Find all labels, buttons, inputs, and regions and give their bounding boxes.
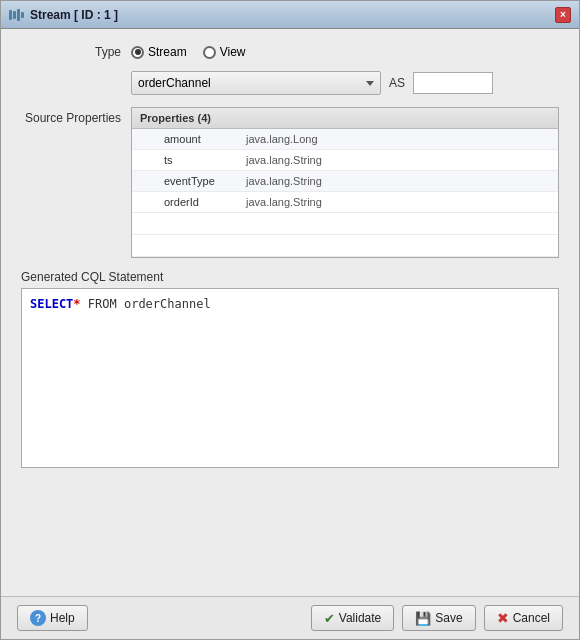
help-icon: ? [30,610,46,626]
properties-header: Properties (4) [132,108,558,129]
radio-stream[interactable]: Stream [131,45,187,59]
footer: ? Help ✔ Validate 💾 Save ✖ Cancel [1,596,579,639]
props-empty-row-2 [132,235,558,257]
save-icon: 💾 [415,611,431,626]
properties-table: Properties (4) amount java.lang.Long ts … [131,107,559,258]
source-properties-row: Source Properties Properties (4) amount … [21,107,559,258]
table-row: amount java.lang.Long [132,129,558,150]
validate-label: Validate [339,611,381,625]
title-bar: Stream [ ID : 1 ] × [1,1,579,29]
table-row: orderId java.lang.String [132,192,558,213]
stream-icon [9,9,24,21]
dropdown-row: orderChannel AS [131,71,559,95]
table-row: eventType java.lang.String [132,171,558,192]
radio-view-label: View [220,45,246,59]
props-empty-row-1 [132,213,558,235]
source-properties-label: Source Properties [21,107,121,125]
table-row: ts java.lang.String [132,150,558,171]
prop-type-3: java.lang.String [246,196,322,208]
prop-name-1: ts [164,154,234,166]
cancel-button[interactable]: ✖ Cancel [484,605,563,631]
dropdown-arrow-icon [366,81,374,86]
save-button[interactable]: 💾 Save [402,605,475,631]
validate-icon: ✔ [324,611,335,626]
close-button[interactable]: × [555,7,571,23]
radio-view[interactable]: View [203,45,246,59]
dialog-content: Type Stream View orderChannel A [1,29,579,596]
as-input[interactable] [413,72,493,94]
cql-label: Generated CQL Statement [21,270,559,284]
type-label: Type [21,45,121,59]
radio-stream-inner [135,49,141,55]
prop-name-3: orderId [164,196,234,208]
type-row: Type Stream View [21,45,559,59]
radio-stream-outer[interactable] [131,46,144,59]
cql-star: * [73,297,80,311]
dialog-title: Stream [ ID : 1 ] [30,8,118,22]
cql-section: Generated CQL Statement SELECT* FROM ord… [21,270,559,468]
cql-from: FROM orderChannel [81,297,211,311]
cancel-label: Cancel [513,611,550,625]
cql-select-keyword: SELECT [30,297,73,311]
as-label: AS [389,76,405,90]
prop-type-0: java.lang.Long [246,133,318,145]
prop-name-0: amount [164,133,234,145]
validate-button[interactable]: ✔ Validate [311,605,394,631]
dropdown-value: orderChannel [138,76,211,90]
radio-view-outer[interactable] [203,46,216,59]
channel-dropdown[interactable]: orderChannel [131,71,381,95]
radio-stream-label: Stream [148,45,187,59]
save-label: Save [435,611,462,625]
help-label: Help [50,611,75,625]
help-button[interactable]: ? Help [17,605,88,631]
cql-statement-box: SELECT* FROM orderChannel [21,288,559,468]
footer-right: ✔ Validate 💾 Save ✖ Cancel [311,605,563,631]
title-bar-left: Stream [ ID : 1 ] [9,8,118,22]
cancel-icon: ✖ [497,610,509,626]
prop-name-2: eventType [164,175,234,187]
type-radio-group: Stream View [131,45,245,59]
prop-type-1: java.lang.String [246,154,322,166]
prop-type-2: java.lang.String [246,175,322,187]
dialog-stream: Stream [ ID : 1 ] × Type Stream View [0,0,580,640]
